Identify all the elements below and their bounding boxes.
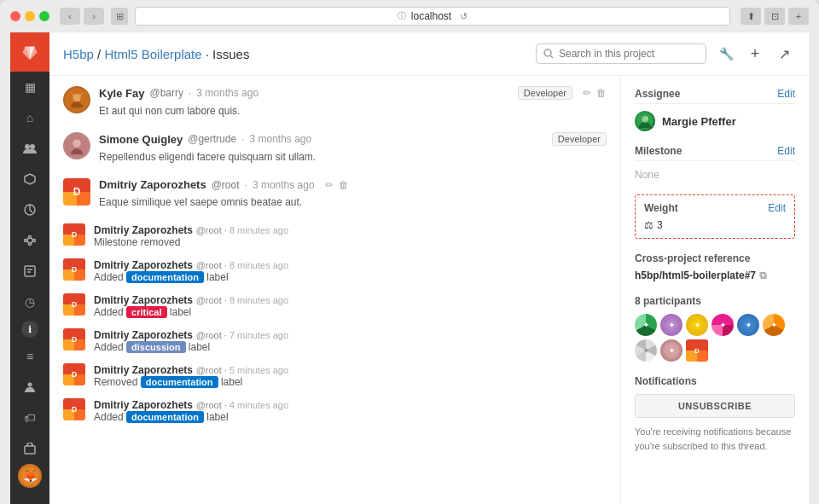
sidebar-item-users-nav[interactable] [10, 372, 49, 403]
weight-number: 3 [657, 219, 663, 231]
breadcrumb-org-link[interactable]: H5bp [63, 47, 94, 61]
issue-body: Kyle Fay @barry · 3 months ago Developer… [49, 76, 809, 504]
add-button[interactable]: + [744, 43, 766, 65]
weight-section: Weight Edit ⚖ 3 [635, 194, 795, 239]
copy-icon[interactable]: ⧉ [759, 269, 767, 281]
svg-point-0 [25, 144, 30, 149]
svg-rect-12 [25, 266, 35, 276]
comment-time-value: 3 months ago [196, 87, 258, 99]
add-tab-button[interactable]: + [788, 8, 809, 25]
milestone-header: Milestone Edit [635, 145, 795, 161]
sidebar-item-tags[interactable]: 🏷 [10, 403, 49, 433]
sidebar-item-issues-nav[interactable] [10, 256, 49, 287]
new-tab-button[interactable]: ⊡ [764, 8, 785, 25]
participant-avatar: ✦ [763, 314, 785, 336]
activity-handle: @root · [196, 260, 229, 270]
sidebar-expand-button[interactable]: › [25, 498, 34, 504]
delete-icon[interactable]: 🗑 [339, 179, 349, 191]
sidebar-item-info[interactable]: ℹ [21, 321, 38, 338]
sidebar-item-dashboard[interactable]: ⌂ [10, 102, 49, 133]
cross-ref-section: Cross-project reference h5bp/html5-boile… [635, 252, 795, 281]
weight-edit-button[interactable]: Edit [768, 202, 786, 214]
url-text: localhost [411, 10, 451, 22]
svg-point-6 [29, 243, 32, 246]
activity-item: D Dmitriy Zaporozhets @root · 5 minutes … [63, 363, 607, 388]
search-input[interactable] [559, 48, 687, 60]
breadcrumb-repo-link[interactable]: Html5 Boilerplate [104, 47, 201, 61]
edit-icon[interactable]: ✏ [325, 179, 334, 191]
activity-avatar: D [63, 363, 85, 385]
assignee-edit-button[interactable]: Edit [777, 88, 795, 100]
sidebar-item-pipelines[interactable] [10, 225, 49, 256]
comment-content-dmitriy: Dmitriy Zaporozhets @root · 3 months ago… [99, 178, 607, 210]
milestone-edit-button[interactable]: Edit [777, 145, 795, 157]
user-avatar[interactable]: 🦊 [18, 464, 42, 488]
activity-suffix: label [206, 411, 228, 423]
assignee-section: Assignee Edit [635, 88, 795, 131]
share-page-button[interactable]: ↗ [773, 43, 795, 65]
label-documentation-removed: documentation [141, 376, 218, 388]
breadcrumb-section: Issues [212, 47, 249, 61]
activity-action: Added [94, 271, 126, 283]
browser-window: ‹ › ⊞ ⓘ localhost ↺ ⬆ ⊡ + ▦ [0, 0, 819, 504]
close-dot[interactable] [10, 11, 20, 21]
sidebar-item-activity[interactable] [10, 194, 49, 225]
settings-button[interactable]: 🔧 [715, 43, 737, 65]
gitlab-logo[interactable] [10, 32, 49, 72]
sidebar-item-home[interactable]: ▦ [10, 72, 49, 102]
activity-time: 7 minutes ago [229, 330, 288, 340]
sidebar-item-projects[interactable] [10, 164, 49, 194]
tab-grid-button[interactable]: ⊞ [111, 8, 128, 25]
label-discussion: discussion [126, 341, 185, 353]
activity-handle: @root · [196, 225, 229, 235]
participant-avatar: ✦ [712, 314, 734, 336]
svg-point-24 [73, 140, 80, 148]
project-search-bar[interactable] [536, 43, 706, 64]
share-button[interactable]: ⬆ [741, 8, 761, 25]
assignee-name: Margie Pfeffer [662, 115, 736, 128]
activity-content: Dmitriy Zaporozhets @root · 8 minutes ag… [94, 258, 607, 283]
unsubscribe-button[interactable]: UNSUBSCRIBE [635, 394, 795, 418]
label-documentation: documentation [126, 271, 204, 283]
cross-ref-label: Cross-project reference [635, 252, 795, 264]
maximize-dot[interactable] [39, 11, 49, 21]
participant-avatar: ✦ [660, 339, 682, 362]
activity-suffix: label [189, 341, 210, 353]
activity-content: Dmitriy Zaporozhets @root · 8 minutes ag… [94, 293, 607, 318]
sidebar-item-menu[interactable]: ≡ [10, 341, 49, 372]
sidebar-item-groups[interactable] [10, 133, 49, 164]
sidebar-item-box[interactable] [10, 433, 49, 464]
svg-point-20 [73, 94, 80, 101]
participant-avatar: ✦ [635, 339, 657, 362]
activity-time: 8 minutes ago [229, 295, 288, 305]
back-button[interactable]: ‹ [60, 8, 80, 25]
sidebar-item-clock[interactable]: ◷ [10, 287, 49, 317]
activity-text: Added critical label [94, 306, 607, 318]
assignee-header: Assignee Edit [635, 88, 795, 104]
comment-handle: @gertrude [188, 133, 236, 145]
svg-marker-2 [25, 174, 35, 184]
address-bar[interactable]: ⓘ localhost ↺ [135, 7, 730, 26]
activity-action: Added [94, 306, 126, 318]
breadcrumb: H5bp / Html5 Boilerplate · Issues [63, 47, 536, 61]
activity-suffix: label [206, 271, 228, 283]
comment-time: · [241, 133, 244, 145]
notifications-label: Notifications [635, 375, 795, 387]
delete-icon[interactable]: 🗑 [596, 87, 607, 99]
svg-line-18 [551, 56, 554, 59]
browser-titlebar: ‹ › ⊞ ⓘ localhost ↺ ⬆ ⊡ + [10, 7, 809, 32]
activity-content: Dmitriy Zaporozhets @root · 8 minutes ag… [94, 223, 607, 248]
browser-navigation: ‹ › [60, 8, 104, 25]
comment-avatar-dmitriy: D [63, 178, 90, 206]
minimize-dot[interactable] [25, 11, 35, 21]
activity-time: 8 minutes ago [229, 225, 288, 235]
reload-icon[interactable]: ↺ [460, 11, 468, 22]
forward-button[interactable]: › [84, 8, 104, 25]
svg-point-4 [25, 240, 27, 242]
comment-header-simone: Simone Quigley @gertrude · 3 months ago … [99, 132, 607, 146]
label-documentation-added: documentation [126, 411, 204, 423]
edit-icon[interactable]: ✏ [583, 87, 591, 99]
sidebar-panel: Assignee Edit [621, 76, 809, 504]
comment-header-kyle: Kyle Fay @barry · 3 months ago Developer… [99, 86, 607, 100]
comment-time-value: 3 months ago [249, 133, 311, 145]
